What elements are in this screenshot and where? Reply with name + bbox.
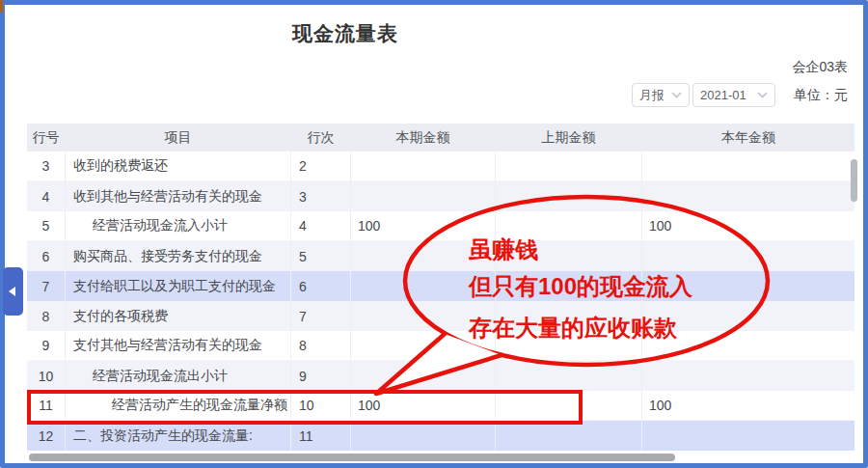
vertical-scrollbar-thumb[interactable] <box>851 159 857 202</box>
line-number-cell: 8 <box>291 331 351 360</box>
column-header-current: 本期金额 <box>351 124 496 151</box>
line-number-cell: 5 <box>291 241 351 271</box>
month-value: 2021-01 <box>700 88 746 102</box>
row-number-cell: 8 <box>27 301 66 331</box>
year-amount-cell <box>642 241 854 271</box>
current-amount-cell <box>351 151 496 180</box>
row-number-cell: 11 <box>27 391 66 420</box>
year-amount-cell <box>642 301 854 331</box>
page-title: 现金流量表 <box>0 20 691 47</box>
line-number-cell: 3 <box>291 181 351 211</box>
current-amount-cell: 100 <box>351 211 496 240</box>
prior-amount-cell <box>496 391 642 420</box>
chevron-down-icon <box>671 92 682 98</box>
table-header-row: 行号 项目 行次 本期金额 上期金额 本年金额 <box>27 124 854 151</box>
table-row[interactable]: 6 购买商品、接受劳务支付的现金 5 <box>27 241 854 271</box>
item-cell: 收到其他与经营活动有关的现金 <box>66 181 291 211</box>
arrow-left-icon <box>9 287 15 296</box>
year-amount-cell: 100 <box>642 211 854 240</box>
table-body: 3 收到的税费返还 2 4 收到其他与经营活动有关的现金 3 5 经营活动现金流… <box>27 151 854 451</box>
item-cell: 二、投资活动产生的现金流量: <box>66 421 291 451</box>
line-number-cell: 4 <box>291 211 351 240</box>
sidebar-collapse-handle[interactable] <box>3 267 23 316</box>
line-number-cell: 7 <box>291 301 351 331</box>
current-amount-cell <box>351 361 496 391</box>
table-row[interactable]: 3 收到的税费返还 2 <box>27 151 854 181</box>
item-cell: 购买商品、接受劳务支付的现金 <box>66 241 291 271</box>
year-amount-cell <box>642 151 854 180</box>
chevron-down-icon <box>757 92 768 98</box>
year-amount-cell <box>642 361 854 391</box>
prior-amount-cell <box>496 301 642 331</box>
column-header-item: 项目 <box>66 124 291 151</box>
table-row[interactable]: 9 支付其他与经营活动有关的现金 8 <box>27 331 854 361</box>
year-amount-cell <box>642 331 854 360</box>
column-header-year: 本年金额 <box>642 124 854 151</box>
column-header-line-no: 行次 <box>291 124 351 151</box>
form-code-label: 会企03表 <box>792 59 848 76</box>
year-amount-cell <box>642 181 854 211</box>
current-amount-cell <box>351 301 496 331</box>
horizontal-scrollbar-thumb[interactable] <box>29 454 675 461</box>
table-row[interactable]: 7 支付给职工以及为职工支付的现金 6 <box>27 271 854 301</box>
row-number-cell: 10 <box>27 361 66 391</box>
prior-amount-cell <box>496 211 642 240</box>
prior-amount-cell <box>496 241 642 271</box>
line-number-cell: 9 <box>291 361 351 391</box>
table-row[interactable]: 8 支付的各项税费 7 <box>27 301 854 331</box>
current-amount-cell <box>351 271 496 301</box>
line-number-cell: 11 <box>291 421 351 451</box>
year-amount-cell <box>642 421 854 451</box>
row-number-cell: 5 <box>27 211 66 240</box>
prior-amount-cell <box>496 361 642 391</box>
period-type-select[interactable]: 月报 <box>632 83 690 107</box>
prior-amount-cell <box>496 421 642 451</box>
table-row[interactable]: 11 经营活动产生的现金流量净额 10 100 100 <box>27 391 854 421</box>
line-number-cell: 2 <box>291 151 351 180</box>
current-amount-cell <box>351 331 496 360</box>
row-number-cell: 7 <box>27 271 66 301</box>
prior-amount-cell <box>496 271 642 301</box>
row-number-cell: 12 <box>27 421 66 451</box>
current-amount-cell: 100 <box>351 391 496 420</box>
period-type-value: 月报 <box>639 87 665 104</box>
item-cell: 支付给职工以及为职工支付的现金 <box>66 271 291 301</box>
cash-flow-report-window: 现金流量表 会企03表 单位：元 月报 2021-01 行号 项目 行次 本期金… <box>0 0 868 468</box>
table-row[interactable]: 5 经营活动现金流入小计 4 100 100 <box>27 211 854 241</box>
row-number-cell: 3 <box>27 151 66 180</box>
column-header-row-no: 行号 <box>27 124 66 151</box>
prior-amount-cell <box>496 151 642 180</box>
corner-artifact <box>0 0 3 13</box>
cash-flow-table: 行号 项目 行次 本期金额 上期金额 本年金额 3 收到的税费返还 2 4 收到… <box>27 124 854 451</box>
month-select[interactable]: 2021-01 <box>692 83 775 107</box>
table-row[interactable]: 4 收到其他与经营活动有关的现金 3 <box>27 181 854 211</box>
line-number-cell: 6 <box>291 271 351 301</box>
item-cell: 经营活动产生的现金流量净额 <box>66 391 291 420</box>
row-number-cell: 9 <box>27 331 66 360</box>
column-header-prior: 上期金额 <box>496 124 642 151</box>
table-row[interactable]: 12 二、投资活动产生的现金流量: 11 <box>27 421 854 451</box>
item-cell: 经营活动现金流出小计 <box>66 361 291 391</box>
prior-amount-cell <box>496 181 642 211</box>
current-amount-cell <box>351 181 496 211</box>
current-amount-cell <box>351 241 496 271</box>
unit-label: 单位：元 <box>794 87 848 104</box>
item-cell: 经营活动现金流入小计 <box>66 211 291 240</box>
table-row[interactable]: 10 经营活动现金流出小计 9 <box>27 361 854 391</box>
item-cell: 收到的税费返还 <box>66 151 291 180</box>
line-number-cell: 10 <box>291 391 351 420</box>
item-cell: 支付其他与经营活动有关的现金 <box>66 331 291 360</box>
row-number-cell: 4 <box>27 181 66 211</box>
current-amount-cell <box>351 421 496 451</box>
prior-amount-cell <box>496 331 642 360</box>
item-cell: 支付的各项税费 <box>66 301 291 331</box>
row-number-cell: 6 <box>27 241 66 271</box>
year-amount-cell: 100 <box>642 391 854 420</box>
year-amount-cell <box>642 271 854 301</box>
